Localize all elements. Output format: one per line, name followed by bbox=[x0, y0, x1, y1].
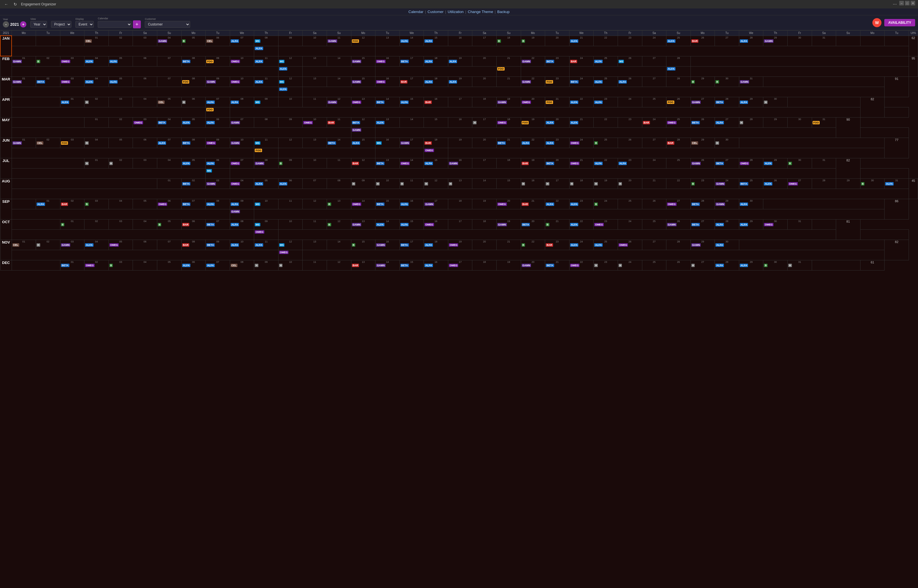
table-cell[interactable]: 09MS bbox=[254, 97, 278, 107]
table-cell[interactable]: 29GAMN bbox=[715, 199, 739, 209]
table-cell[interactable]: 08BETA bbox=[181, 56, 206, 66]
table-cell[interactable]: 31ALFA bbox=[884, 178, 909, 189]
table-cell[interactable]: OMEG bbox=[424, 148, 448, 158]
table-cell[interactable]: 28 bbox=[666, 240, 691, 250]
table-cell[interactable]: 30 bbox=[788, 36, 812, 46]
table-cell[interactable]: 13B bbox=[327, 199, 351, 209]
table-cell[interactable]: 02B bbox=[36, 56, 60, 66]
table-cell[interactable]: 16GAMN bbox=[448, 158, 472, 168]
table-cell[interactable]: 15BETA bbox=[375, 199, 400, 209]
table-cell[interactable]: ALFA bbox=[254, 46, 278, 56]
table-cell[interactable]: 20OMEG bbox=[497, 199, 521, 209]
table-cell[interactable]: 03GAMN bbox=[60, 240, 84, 250]
table-cell[interactable]: 03 bbox=[108, 97, 133, 107]
nav-backup[interactable]: Backup bbox=[497, 10, 509, 14]
table-cell[interactable]: 25ALFA bbox=[593, 240, 618, 250]
table-cell[interactable]: 11ALFA bbox=[254, 56, 278, 66]
table-cell[interactable]: 21 bbox=[497, 56, 521, 66]
table-cell[interactable]: 12GAMN bbox=[327, 97, 351, 107]
table-cell[interactable]: 13 bbox=[302, 138, 327, 148]
table-cell[interactable]: 20BETA bbox=[545, 158, 569, 168]
table-cell[interactable]: 08FOO bbox=[181, 76, 206, 87]
table-cell[interactable]: 06CEL bbox=[206, 36, 230, 46]
table-cell[interactable]: 10H bbox=[278, 260, 302, 270]
table-cell[interactable]: 27OMEG bbox=[666, 199, 691, 209]
table-cell[interactable]: 26GAMN bbox=[690, 158, 715, 168]
table-cell[interactable]: 10H bbox=[375, 178, 400, 189]
table-cell[interactable]: 30B bbox=[715, 76, 739, 87]
table-cell[interactable]: 27 bbox=[642, 76, 666, 87]
nav-calendar[interactable]: Calendar bbox=[409, 10, 423, 14]
table-cell[interactable]: 14BETA bbox=[375, 97, 400, 107]
table-cell[interactable]: OMEG bbox=[254, 229, 278, 240]
table-cell[interactable]: GAMN bbox=[351, 128, 375, 138]
table-cell[interactable]: 14ALFA bbox=[375, 219, 400, 229]
table-cell[interactable]: 20OMEG bbox=[521, 97, 545, 107]
table-cell[interactable]: 23ALFA bbox=[545, 138, 569, 148]
table-cell[interactable]: 03OMEG bbox=[60, 76, 84, 87]
table-cell[interactable]: 26OMEG bbox=[618, 240, 642, 250]
table-cell[interactable]: MS bbox=[206, 168, 230, 178]
table-cell[interactable]: 11 bbox=[327, 158, 351, 168]
nav-utilization[interactable]: Utilization bbox=[448, 10, 464, 14]
table-cell[interactable]: 28 bbox=[666, 76, 691, 87]
table-cell[interactable]: 17 bbox=[448, 219, 472, 229]
table-cell[interactable]: 23ALFA bbox=[593, 97, 618, 107]
table-cell[interactable]: 15ALFA bbox=[424, 158, 448, 168]
table-cell[interactable]: 02H bbox=[108, 158, 133, 168]
nav-change-theme[interactable]: Change Theme bbox=[468, 10, 493, 14]
table-cell[interactable]: 15BETA bbox=[399, 260, 424, 270]
table-cell[interactable]: 02 bbox=[108, 117, 133, 128]
table-cell[interactable]: 26 bbox=[666, 260, 691, 270]
table-cell[interactable]: 20 bbox=[472, 56, 497, 66]
table-cell[interactable]: 27 bbox=[715, 36, 739, 46]
table-cell[interactable]: 09 bbox=[278, 117, 302, 128]
table-cell[interactable]: 15ALFA bbox=[399, 97, 424, 107]
table-cell[interactable]: 27 bbox=[642, 138, 666, 148]
table-cell[interactable]: 05B bbox=[181, 36, 206, 46]
table-cell[interactable]: 23FOO bbox=[545, 76, 569, 87]
table-cell[interactable]: 19BAR bbox=[521, 158, 545, 168]
table-cell[interactable]: 26 bbox=[618, 138, 642, 148]
table-cell[interactable]: 01 bbox=[84, 117, 109, 128]
table-cell[interactable]: 19 bbox=[448, 138, 472, 148]
table-cell[interactable]: 25 bbox=[666, 158, 691, 168]
table-cell[interactable]: 08 bbox=[327, 178, 351, 189]
table-cell[interactable]: 23B bbox=[690, 178, 715, 189]
table-cell[interactable]: 12BETA bbox=[351, 117, 375, 128]
table-cell[interactable]: 26GAMN bbox=[666, 219, 691, 229]
table-cell[interactable]: 19FOO bbox=[521, 117, 545, 128]
table-cell[interactable]: 13 bbox=[302, 76, 327, 87]
table-cell[interactable]: 22 bbox=[666, 178, 691, 189]
table-cell[interactable]: 06 bbox=[133, 138, 157, 148]
table-cell[interactable]: 04BETA bbox=[157, 117, 181, 128]
table-cell[interactable]: 07ALFA bbox=[206, 260, 230, 270]
table-cell[interactable]: 14 bbox=[399, 117, 424, 128]
table-cell[interactable]: 10OMEG bbox=[230, 56, 254, 66]
table-cell[interactable]: 16OMEG bbox=[375, 56, 400, 66]
table-cell[interactable]: 06 bbox=[133, 76, 157, 87]
table-cell[interactable]: FOO bbox=[206, 107, 230, 117]
table-cell[interactable]: 29GAMN bbox=[690, 240, 715, 250]
table-cell[interactable]: 18 bbox=[497, 158, 521, 168]
table-cell[interactable]: 02OMEG bbox=[84, 260, 109, 270]
table-cell[interactable]: 03B bbox=[84, 199, 109, 209]
table-cell[interactable]: 27OMEG bbox=[788, 178, 812, 189]
table-cell[interactable]: 08BETA bbox=[181, 138, 206, 148]
table-cell[interactable]: 02BETA bbox=[181, 178, 206, 189]
table-cell[interactable] bbox=[36, 36, 60, 46]
minimize-button[interactable]: – bbox=[899, 1, 904, 5]
table-cell[interactable]: 09B bbox=[278, 158, 302, 168]
table-cell[interactable]: 07ALFA bbox=[230, 36, 254, 46]
table-cell[interactable]: 29ALFA bbox=[739, 260, 763, 270]
table-cell[interactable]: 17BAR bbox=[399, 76, 424, 87]
table-cell[interactable]: 09GAMN bbox=[206, 76, 230, 87]
table-cell[interactable]: 16 bbox=[448, 36, 472, 46]
table-cell[interactable]: 30B bbox=[763, 260, 788, 270]
table-cell[interactable]: 02 bbox=[108, 36, 133, 46]
table-cell[interactable]: 20 bbox=[472, 138, 497, 148]
table-cell[interactable]: 10OMEG bbox=[302, 117, 327, 128]
table-cell[interactable]: 08ALFA bbox=[230, 97, 254, 107]
table-cell[interactable]: 03 bbox=[133, 158, 157, 168]
nav-customer[interactable]: Customer bbox=[428, 10, 443, 14]
